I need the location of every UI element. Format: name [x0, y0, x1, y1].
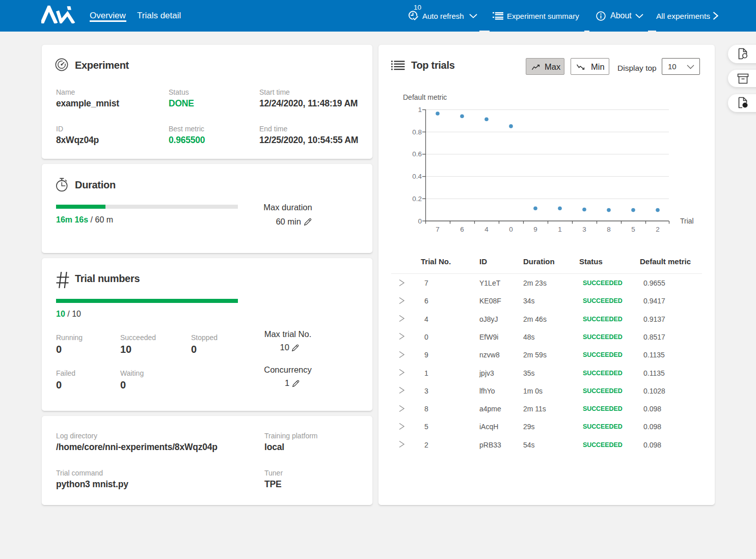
svg-text:0.6: 0.6	[412, 150, 422, 158]
svg-text:0: 0	[509, 226, 513, 233]
svg-text:3: 3	[582, 226, 586, 233]
svg-text:0.8: 0.8	[412, 128, 422, 136]
svg-text:7: 7	[436, 226, 440, 233]
svg-text:0.2: 0.2	[412, 195, 422, 203]
svg-text:2: 2	[656, 226, 660, 233]
svg-text:1: 1	[418, 106, 422, 114]
svg-text:9: 9	[533, 226, 537, 233]
svg-text:0: 0	[418, 217, 422, 225]
svg-text:5: 5	[631, 226, 635, 233]
svg-text:6: 6	[460, 226, 464, 233]
svg-text:0.4: 0.4	[412, 173, 422, 180]
svg-text:4: 4	[484, 226, 489, 233]
svg-text:8: 8	[607, 226, 611, 233]
svg-text:1: 1	[558, 226, 562, 233]
svg-text:Trial: Trial	[680, 217, 694, 225]
